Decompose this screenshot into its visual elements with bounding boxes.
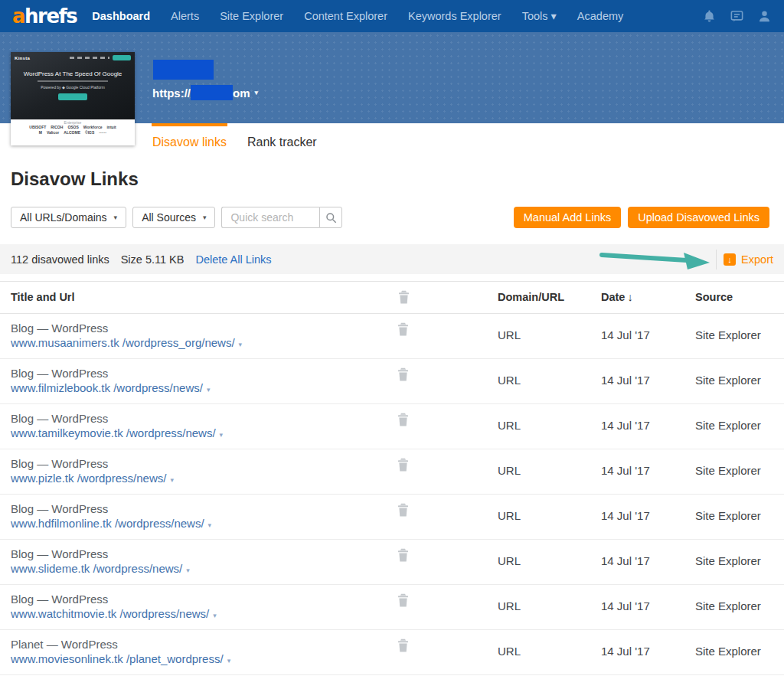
- row-date: 14 Jul '17: [601, 328, 650, 341]
- row-trash-icon[interactable]: [397, 458, 409, 474]
- link-url[interactable]: www.moviesonlinek.tk /planet_wordpress/▾: [11, 652, 230, 665]
- row-trash-icon[interactable]: [397, 548, 409, 564]
- nav-item[interactable]: Tools ▾: [522, 10, 557, 22]
- table-row: Blog — WordPress www.hdfilmonline.tk /wo…: [0, 495, 784, 540]
- row-trash-icon[interactable]: [397, 638, 409, 655]
- delete-all-links-button[interactable]: Delete All Links: [195, 253, 271, 266]
- row-trash-icon[interactable]: [397, 322, 409, 338]
- url-options-caret-icon[interactable]: ▾: [239, 341, 243, 348]
- link-url[interactable]: www.musaanimers.tk /wordpress_org/news/▾: [11, 336, 242, 349]
- upload-disavowed-links-button[interactable]: Upload Disavowed Links: [628, 207, 769, 228]
- url-options-caret-icon[interactable]: ▾: [213, 612, 217, 619]
- nav-item[interactable]: Site Explorer: [220, 10, 283, 22]
- row-trash-icon[interactable]: [397, 367, 409, 384]
- link-url[interactable]: www.slideme.tk /wordpress/news/▾: [11, 562, 190, 575]
- action-buttons: Manual Add Links Upload Disavowed Links: [514, 207, 769, 228]
- brand-logo: ©IGS: [85, 130, 94, 136]
- header-trash-icon[interactable]: [398, 290, 410, 306]
- search-input[interactable]: [221, 207, 319, 228]
- user-icon[interactable]: [757, 9, 772, 24]
- row-type: URL: [498, 374, 521, 387]
- link-url-text: www.watchitmovie.tk /wordpress/news/: [11, 607, 209, 620]
- chevron-down-icon: ▾: [114, 214, 118, 221]
- row-trash-icon[interactable]: [397, 593, 409, 609]
- table-row: Blog — WordPress www.musaanimers.tk /wor…: [0, 314, 784, 359]
- link-title: Blog — WordPress: [11, 322, 108, 335]
- project-url[interactable]: https://om▾: [152, 85, 258, 100]
- brand-logo: Valicor: [47, 130, 59, 136]
- column-header-date[interactable]: Date↓: [601, 291, 633, 303]
- row-type: URL: [498, 599, 521, 612]
- file-size: Size 5.11 KB: [121, 253, 185, 266]
- nav-item[interactable]: Alerts: [171, 10, 199, 22]
- url-options-caret-icon[interactable]: ▾: [207, 386, 211, 394]
- row-type: URL: [498, 645, 521, 658]
- export-area: ↓ Export: [599, 250, 773, 269]
- thumbnail-nav-button: [113, 55, 131, 60]
- bell-icon[interactable]: [702, 9, 717, 24]
- table-row: Planet — WordPress www.moviesonlinek.tk …: [0, 630, 784, 675]
- search-button[interactable]: [319, 207, 342, 228]
- row-source: Site Explorer: [695, 464, 761, 477]
- row-trash-icon[interactable]: [397, 503, 409, 519]
- filter-row: All URLs/Domains ▾ All Sources ▾: [11, 207, 342, 228]
- search-icon: [325, 212, 337, 224]
- url-domain-filter-dropdown[interactable]: All URLs/Domains ▾: [11, 207, 126, 228]
- nav-item[interactable]: Keywords Explorer: [408, 10, 501, 22]
- thumbnail-subline: [38, 80, 108, 82]
- top-navbar: ahrefs DashboardAlertsSite ExplorerConte…: [0, 0, 784, 32]
- thumbnail-logo-strip: Enterprise UBISOFTRICOHOSOSWorkforceintu…: [11, 119, 135, 145]
- link-url-text: www.hdfilmonline.tk /wordpress/news/: [11, 517, 204, 530]
- url-options-caret-icon[interactable]: ▾: [186, 567, 190, 574]
- link-url[interactable]: www.tamilkeymovie.tk /wordpress/news/▾: [11, 426, 223, 439]
- row-date: 14 Jul '17: [601, 554, 650, 567]
- row-date: 14 Jul '17: [601, 645, 650, 658]
- url-options-caret-icon[interactable]: ▾: [208, 521, 212, 529]
- nav-item[interactable]: Content Explorer: [304, 10, 387, 22]
- export-button[interactable]: Export: [741, 253, 773, 266]
- link-url[interactable]: www.hdfilmonline.tk /wordpress/news/▾: [11, 517, 211, 530]
- table-row: Blog — WordPress www.filmizlebook.tk /wo…: [0, 359, 784, 404]
- thumbnail-cta-button: [58, 93, 87, 100]
- ahrefs-logo[interactable]: ahrefs: [12, 5, 77, 28]
- export-download-icon[interactable]: ↓: [724, 253, 736, 266]
- site-name-redaction: [153, 60, 214, 80]
- link-url[interactable]: www.filmizlebook.tk /wordpress/news/▾: [11, 381, 210, 394]
- row-source: Site Explorer: [695, 328, 761, 341]
- table-row: Blog — WordPress www.watchitmovie.tk /wo…: [0, 585, 784, 630]
- row-date: 14 Jul '17: [601, 419, 650, 432]
- nav-icon-group: [702, 9, 772, 24]
- url-dropdown-caret-icon[interactable]: ▾: [255, 89, 259, 96]
- row-source: Site Explorer: [695, 599, 761, 612]
- main-nav: DashboardAlertsSite ExplorerContent Expl…: [92, 10, 623, 22]
- sort-descending-icon: ↓: [627, 291, 632, 303]
- project-tab[interactable]: Rank tracker: [247, 123, 318, 155]
- link-title: Blog — WordPress: [11, 457, 108, 470]
- row-date: 14 Jul '17: [601, 464, 650, 477]
- url-options-caret-icon[interactable]: ▾: [220, 431, 224, 439]
- link-url-text: www.slideme.tk /wordpress/news/: [11, 562, 182, 575]
- column-header-domain-url: Domain/URL: [498, 291, 564, 303]
- manual-add-links-button[interactable]: Manual Add Links: [514, 207, 621, 228]
- row-trash-icon[interactable]: [397, 413, 409, 429]
- brand-logo: intuit: [106, 125, 116, 130]
- link-url-text: www.pizle.tk /wordpress/news/: [11, 472, 166, 485]
- messages-icon[interactable]: [730, 9, 744, 24]
- project-tab[interactable]: Disavow links: [152, 123, 227, 155]
- row-type: URL: [498, 419, 521, 432]
- link-url[interactable]: www.pizle.tk /wordpress/news/▾: [11, 472, 174, 485]
- nav-item[interactable]: Dashboard: [92, 10, 150, 22]
- nav-item[interactable]: Academy: [577, 10, 623, 22]
- thumbnail-logos-row2: MValicorALCOME©IGS······: [11, 130, 135, 136]
- site-thumbnail[interactable]: Kinsta WordPress At The Speed Of Google …: [11, 52, 135, 145]
- brand-logo: ALCOME: [64, 130, 80, 136]
- link-url[interactable]: www.watchitmovie.tk /wordpress/news/▾: [11, 607, 217, 620]
- url-options-caret-icon[interactable]: ▾: [227, 657, 231, 665]
- sources-filter-dropdown[interactable]: All Sources ▾: [132, 207, 215, 228]
- link-url-text: www.tamilkeymovie.tk /wordpress/news/: [11, 426, 216, 439]
- thumbnail-powered-line: Powered by ◆ Google Cloud Platform: [15, 85, 131, 90]
- url-options-caret-icon[interactable]: ▾: [170, 476, 174, 484]
- quick-search: [221, 207, 342, 228]
- annotation-arrow: [599, 250, 711, 269]
- brand-logo: Workforce: [83, 125, 103, 130]
